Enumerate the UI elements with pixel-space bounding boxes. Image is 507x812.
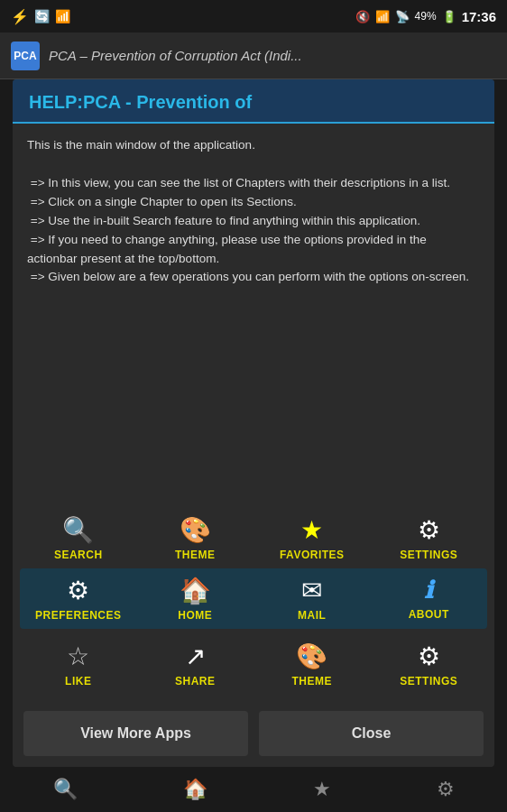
power-icon: ⚡ xyxy=(11,8,29,25)
status-icons-right: 🔇 📶 📡 49% 🔋 17:36 xyxy=(355,9,496,24)
icon-row-1: 🔍 SEARCH 🎨 THEME ★ FAVORITES ⚙ SETTINGS xyxy=(20,508,487,568)
status-icons-left: ⚡ 🔄 📶 xyxy=(11,8,70,25)
wifi-icon: 📶 xyxy=(375,10,390,23)
settings-label-2: SETTINGS xyxy=(400,675,457,687)
home-label: HOME xyxy=(178,609,212,622)
mail-button[interactable]: ✉ MAIL xyxy=(267,576,357,622)
home-icon: 🏠 xyxy=(180,576,211,605)
preferences-label: PREFERENCES xyxy=(35,609,122,622)
search-label: SEARCH xyxy=(54,549,103,561)
icon-row-2: ⚙ PREFERENCES 🏠 HOME ✉ MAIL ℹ ABOUT xyxy=(20,568,487,629)
help-dialog: HELP:PCA - Prevention of This is the mai… xyxy=(13,79,494,767)
dialog-buttons: View More Apps Close xyxy=(13,702,494,767)
battery-icon: 🔋 xyxy=(442,10,456,23)
search-icon: 🔍 xyxy=(62,515,94,545)
app-bar-title: PCA – Prevention of Corruption Act (Indi… xyxy=(49,48,302,63)
preferences-button[interactable]: ⚙ PREFERENCES xyxy=(33,576,124,622)
close-button[interactable]: Close xyxy=(259,711,484,756)
about-icon: ℹ xyxy=(424,577,433,604)
bottom-nav: 🔍 🏠 ★ ⚙ xyxy=(0,767,507,812)
nav-home-icon[interactable]: 🏠 xyxy=(183,778,207,801)
icon-section: 🔍 SEARCH 🎨 THEME ★ FAVORITES ⚙ SETTINGS … xyxy=(13,508,494,702)
like-button[interactable]: ☆ LIKE xyxy=(33,641,124,687)
mute-icon: 🔇 xyxy=(355,10,370,23)
like-label: LIKE xyxy=(65,675,91,687)
preferences-icon: ⚙ xyxy=(67,576,89,605)
signal-icon: 📡 xyxy=(395,10,410,23)
theme-icon-1: 🎨 xyxy=(180,515,211,545)
theme-label-2: THEME xyxy=(292,675,333,687)
theme-button-1[interactable]: 🎨 THEME xyxy=(150,515,240,561)
favorites-button[interactable]: ★ FAVORITES xyxy=(267,515,357,561)
settings-icon-1: ⚙ xyxy=(418,515,440,545)
dialog-header: HELP:PCA - Prevention of xyxy=(13,79,494,124)
theme-button-2[interactable]: 🎨 THEME xyxy=(267,641,357,687)
nav-settings-icon[interactable]: ⚙ xyxy=(437,778,455,801)
search-button[interactable]: 🔍 SEARCH xyxy=(33,515,124,561)
dialog-title: HELP:PCA - Prevention of xyxy=(29,92,478,113)
nav-search-icon[interactable]: 🔍 xyxy=(53,778,78,801)
settings-label-1: SETTINGS xyxy=(400,549,457,561)
share-label: SHARE xyxy=(175,675,216,687)
battery-percent: 49% xyxy=(415,10,437,23)
share-button[interactable]: ↗ SHARE xyxy=(150,641,240,687)
mail-icon: ✉ xyxy=(301,576,322,605)
theme-label-1: THEME xyxy=(175,549,216,561)
view-more-apps-button[interactable]: View More Apps xyxy=(23,711,248,756)
notification-icon: 📶 xyxy=(55,9,70,23)
status-bar: ⚡ 🔄 📶 🔇 📶 📡 49% 🔋 17:36 xyxy=(0,0,507,32)
app-icon: PCA xyxy=(11,42,40,70)
clock: 17:36 xyxy=(462,9,496,24)
nav-favorites-icon[interactable]: ★ xyxy=(313,778,331,801)
mail-label: MAIL xyxy=(298,609,326,622)
home-button[interactable]: 🏠 HOME xyxy=(150,576,240,622)
favorites-label: FAVORITES xyxy=(280,549,345,561)
sync-icon: 🔄 xyxy=(34,9,50,23)
dialog-body-text: This is the main window of the applicati… xyxy=(27,136,480,287)
theme-icon-2: 🎨 xyxy=(296,641,327,671)
app-bar: PCA PCA – Prevention of Corruption Act (… xyxy=(0,32,507,79)
like-icon: ☆ xyxy=(67,641,89,671)
settings-button-2[interactable]: ⚙ SETTINGS xyxy=(383,641,474,687)
settings-button-1[interactable]: ⚙ SETTINGS xyxy=(383,515,474,561)
settings-icon-2: ⚙ xyxy=(418,641,440,671)
about-button[interactable]: ℹ ABOUT xyxy=(383,577,474,621)
share-icon: ↗ xyxy=(185,641,206,671)
icon-row-3: ☆ LIKE ↗ SHARE 🎨 THEME ⚙ SETTINGS xyxy=(20,634,487,695)
favorites-icon: ★ xyxy=(300,515,323,545)
dialog-content: This is the main window of the applicati… xyxy=(13,124,494,508)
about-label: ABOUT xyxy=(409,608,449,621)
